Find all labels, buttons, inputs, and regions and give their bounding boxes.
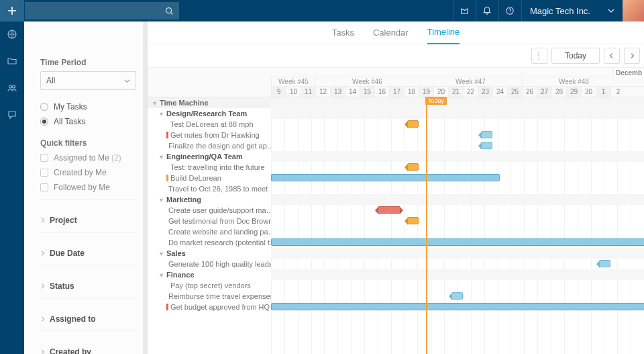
gantt-bar[interactable] bbox=[378, 206, 400, 214]
task-row[interactable]: Get testimonial from Doc Brown bbox=[148, 216, 271, 226]
gantt-lane bbox=[271, 280, 644, 291]
task-scope-radio[interactable]: All Tasks bbox=[40, 117, 136, 126]
folder-icon[interactable] bbox=[6, 55, 18, 67]
task-row[interactable]: Test DeLorean at 88 mph bbox=[148, 119, 271, 130]
gantt-lane bbox=[271, 216, 644, 226]
tabs: TasksCalendarTimeline bbox=[148, 21, 644, 44]
project-row[interactable]: ▾Time Machine bbox=[148, 97, 271, 108]
gantt-bar[interactable] bbox=[271, 174, 500, 181]
gantt-bar[interactable] bbox=[407, 217, 419, 224]
help-icon[interactable] bbox=[498, 0, 521, 21]
gantt-bar[interactable] bbox=[481, 131, 492, 138]
chevron-down-icon bbox=[608, 7, 614, 14]
day-header: 27 bbox=[537, 87, 551, 97]
filter-section[interactable]: Due Date bbox=[40, 245, 136, 258]
avatar[interactable] bbox=[623, 0, 644, 21]
gantt-bar[interactable] bbox=[407, 163, 419, 171]
day-header: 1 bbox=[596, 87, 610, 97]
group-row[interactable]: ▾Design/Research Team bbox=[148, 108, 271, 119]
gantt-bar[interactable] bbox=[451, 292, 463, 300]
main: TasksCalendarTimeline ⋮ Today ▾Time Mach… bbox=[148, 21, 644, 354]
bell-icon[interactable] bbox=[476, 0, 498, 21]
task-row[interactable]: Do market research (potential t… bbox=[148, 237, 271, 248]
filter-section[interactable]: Status bbox=[40, 277, 136, 291]
task-row[interactable]: Create website and landing pa… bbox=[148, 226, 271, 237]
task-row[interactable]: Test: travelling into the future bbox=[148, 162, 271, 173]
task-row[interactable]: Build DeLorean bbox=[148, 173, 271, 183]
search-icon bbox=[165, 7, 174, 15]
time-period-label: Time Period bbox=[40, 58, 136, 67]
month-label: Decemb bbox=[613, 68, 644, 77]
tab-calendar[interactable]: Calendar bbox=[373, 21, 409, 44]
day-header: 23 bbox=[478, 87, 492, 97]
task-row[interactable]: Get notes from Dr Hawking bbox=[148, 130, 271, 140]
gantt-lane bbox=[271, 130, 644, 140]
day-header: 28 bbox=[551, 87, 566, 97]
people-icon[interactable] bbox=[6, 82, 18, 94]
search-input[interactable] bbox=[25, 2, 179, 19]
timeline: ▾Time Machine▾Design/Research TeamTest D… bbox=[148, 67, 644, 354]
quick-filter[interactable]: Created by Me bbox=[40, 168, 136, 177]
day-header: 14 bbox=[345, 87, 360, 97]
day-header: 12 bbox=[315, 87, 330, 97]
svg-point-0 bbox=[166, 7, 172, 13]
task-scope-radio[interactable]: My Tasks bbox=[40, 102, 136, 112]
filter-section[interactable]: Created by bbox=[40, 343, 136, 354]
day-header: 26 bbox=[522, 87, 537, 97]
globe-icon[interactable] bbox=[6, 28, 18, 40]
gantt-grid[interactable]: Decemb Week #45Week #46Week #47Week #48 … bbox=[271, 68, 644, 354]
gantt-lane bbox=[271, 269, 644, 280]
gantt-bar[interactable] bbox=[271, 303, 644, 310]
tab-tasks[interactable]: Tasks bbox=[332, 21, 354, 44]
group-row[interactable]: ▾Sales bbox=[148, 248, 271, 259]
topbar: Magic Tech Inc. bbox=[0, 0, 644, 21]
gantt-bar[interactable] bbox=[599, 260, 610, 267]
task-row[interactable]: Reimburse time travel expenses bbox=[148, 291, 271, 302]
gantt-bar[interactable] bbox=[271, 238, 644, 246]
day-header: 22 bbox=[463, 87, 478, 97]
day-header: 16 bbox=[374, 87, 389, 97]
prev-button[interactable] bbox=[604, 48, 620, 64]
task-row[interactable]: Pay (top secret) vendors bbox=[148, 280, 271, 291]
time-period-select[interactable]: All bbox=[40, 71, 136, 90]
group-row[interactable]: ▾Engineering/QA Team bbox=[148, 151, 271, 162]
task-row[interactable]: Get budget approved from HQ bbox=[148, 302, 271, 312]
quick-filter[interactable]: Followed by Me bbox=[40, 183, 136, 192]
week-header: Week #48 bbox=[522, 77, 625, 87]
next-button[interactable] bbox=[624, 48, 640, 64]
inbox-icon[interactable] bbox=[453, 0, 476, 21]
task-row[interactable]: Travel to Oct 26, 1985 to meet … bbox=[148, 183, 271, 194]
task-row[interactable]: Finalize the design and get ap… bbox=[148, 140, 271, 151]
gantt-lane bbox=[271, 248, 644, 259]
add-button[interactable] bbox=[0, 0, 24, 21]
day-header: 15 bbox=[360, 87, 374, 97]
today-marker: Today bbox=[425, 97, 447, 105]
filter-section[interactable]: Assigned to bbox=[40, 310, 136, 324]
day-header: 25 bbox=[507, 87, 522, 97]
day-header: 2 bbox=[610, 87, 625, 97]
week-header: Week #45 bbox=[271, 77, 315, 87]
org-switcher[interactable]: Magic Tech Inc. bbox=[521, 0, 623, 21]
day-header: 24 bbox=[492, 87, 507, 97]
chevron-down-icon bbox=[124, 78, 130, 84]
today-button[interactable]: Today bbox=[551, 48, 600, 64]
group-row[interactable]: ▾Marketing bbox=[148, 194, 271, 205]
tab-timeline[interactable]: Timeline bbox=[427, 21, 460, 44]
day-header: 18 bbox=[404, 87, 419, 97]
quick-filters-label: Quick filters bbox=[40, 138, 136, 148]
task-row[interactable]: Create user guide/support ma… bbox=[148, 205, 271, 216]
quick-filter[interactable]: Assigned to Me (2) bbox=[40, 153, 136, 163]
more-menu[interactable]: ⋮ bbox=[531, 48, 547, 64]
gantt-lane bbox=[271, 97, 644, 108]
task-row[interactable]: Generate 100 high quality leads bbox=[148, 259, 271, 269]
group-row[interactable]: ▾Finance bbox=[148, 269, 271, 280]
gantt-lane bbox=[271, 291, 644, 302]
gantt-lane bbox=[271, 108, 644, 119]
gantt-bar[interactable] bbox=[481, 142, 492, 149]
gantt-bar[interactable] bbox=[407, 120, 419, 128]
gantt-lane bbox=[271, 183, 644, 194]
chat-icon[interactable] bbox=[6, 109, 18, 121]
day-header: 29 bbox=[566, 87, 581, 97]
filter-section[interactable]: Project bbox=[40, 212, 136, 225]
gantt-lane bbox=[271, 162, 644, 173]
